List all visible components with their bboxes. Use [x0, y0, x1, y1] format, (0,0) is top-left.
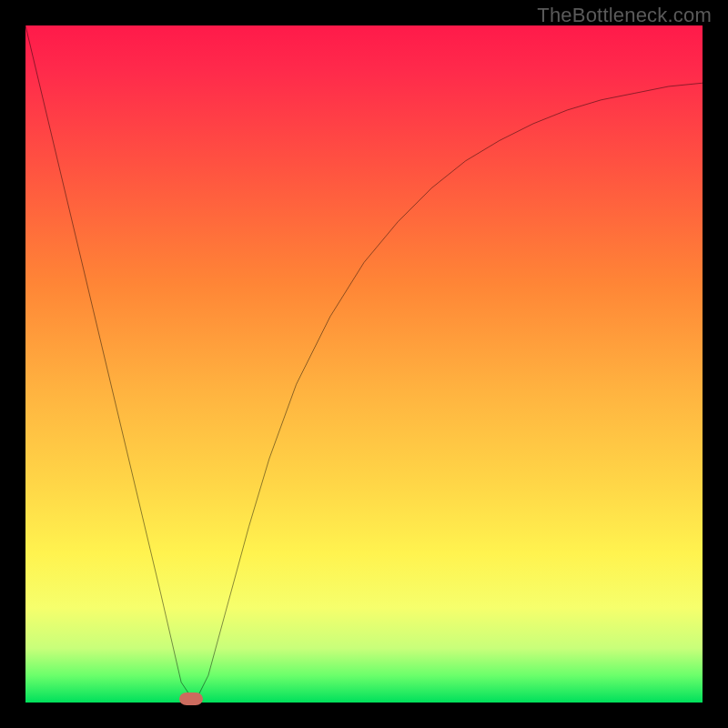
plot-area: [25, 25, 703, 703]
minimum-marker: [179, 693, 203, 705]
curve-svg: [25, 25, 703, 703]
curve-path: [25, 25, 703, 703]
watermark-text: TheBottleneck.com: [537, 4, 712, 27]
chart-frame: TheBottleneck.com: [0, 0, 728, 728]
